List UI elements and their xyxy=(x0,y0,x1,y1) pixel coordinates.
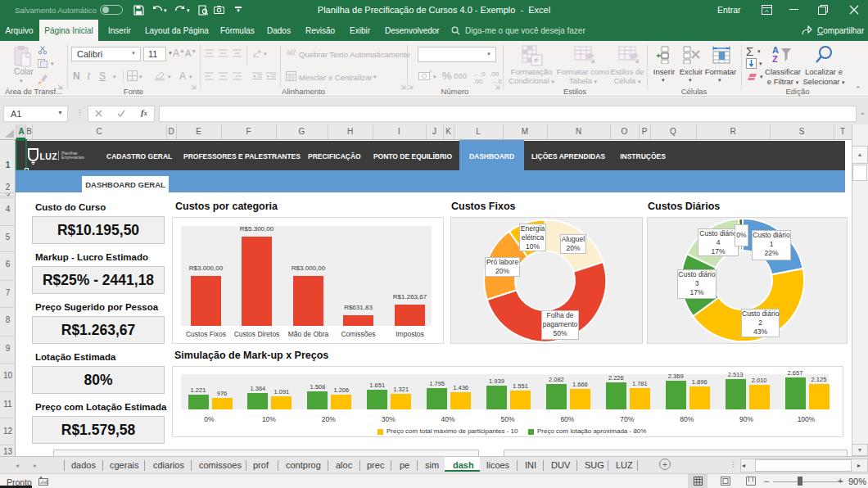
svg-text:ab: ab xyxy=(287,48,295,56)
svg-text:Z: Z xyxy=(772,54,778,64)
svg-text:≠: ≠ xyxy=(534,56,539,65)
